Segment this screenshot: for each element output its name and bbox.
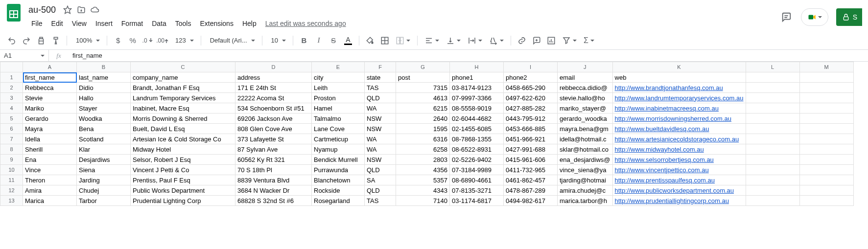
cell[interactable]: Talmalmo xyxy=(312,113,365,124)
cell[interactable]: http://www.landrumtemporaryservices.com.… xyxy=(612,93,746,103)
document-name[interactable]: au-500 xyxy=(25,4,59,16)
cell-link[interactable]: http://www.landrumtemporaryservices.com.… xyxy=(615,94,744,102)
cell[interactable]: 6215 xyxy=(396,103,450,113)
cell-link[interactable]: http://www.prudentiallightingcorp.com.au xyxy=(615,197,729,204)
cell[interactable]: 0443-795-912 xyxy=(504,113,558,124)
cell[interactable]: amira.chudej@c xyxy=(558,185,613,196)
cell[interactable]: 02-5226-9402 xyxy=(450,155,504,165)
cell[interactable] xyxy=(746,155,799,165)
cell[interactable]: 0427-885-282 xyxy=(504,103,558,113)
cell[interactable]: last_name xyxy=(77,72,131,83)
last-edit-link[interactable]: Last edit was seconds ago xyxy=(265,20,346,27)
cell-link[interactable]: http://www.selsorrobertjesq.com.au xyxy=(615,156,714,163)
cell[interactable]: http://www.prudentiallightingcorp.com.au xyxy=(612,196,746,206)
column-header[interactable]: C xyxy=(131,62,235,72)
cell[interactable]: gerardo_woodka xyxy=(558,113,613,124)
cell[interactable]: state xyxy=(365,72,396,83)
cell-link[interactable]: http://www.brandtjonathanfesq.com.au xyxy=(615,84,723,91)
cell[interactable] xyxy=(746,144,799,155)
cell[interactable]: 0458-665-290 xyxy=(504,83,558,93)
cell[interactable]: Rebbecca xyxy=(23,83,77,93)
cell[interactable]: Bena xyxy=(77,124,131,134)
cell[interactable]: 0461-862-457 xyxy=(504,175,558,185)
cell[interactable]: Purrawunda xyxy=(312,165,365,175)
cell[interactable]: city xyxy=(312,72,365,83)
cell-link[interactable]: http://www.midwayhotel.com.au xyxy=(615,146,704,153)
horizontal-align-dropdown[interactable] xyxy=(422,34,442,47)
spreadsheet-grid[interactable]: ABCDEFGHIJKLM 1first_namelast_namecompan… xyxy=(0,62,868,206)
cloud-status-icon[interactable] xyxy=(90,5,100,15)
row-header[interactable]: 11 xyxy=(0,175,23,185)
insert-chart-button[interactable] xyxy=(544,34,558,47)
cell[interactable]: 0411-732-965 xyxy=(504,165,558,175)
cell[interactable]: Vincent J Petti & Co xyxy=(131,165,235,175)
cell[interactable]: 08-6522-8931 xyxy=(450,144,504,155)
cell[interactable]: http://www.selsorrobertjesq.com.au xyxy=(612,155,746,165)
cell[interactable]: 0415-961-606 xyxy=(504,155,558,165)
cell[interactable]: ena_desjardiws@ xyxy=(558,155,613,165)
cell[interactable]: 7315 xyxy=(396,83,450,93)
menu-format[interactable]: Format xyxy=(117,18,147,29)
row-header[interactable]: 13 xyxy=(0,196,23,206)
insert-comment-button[interactable] xyxy=(530,34,543,47)
font-family-dropdown[interactable]: Default (Ari... xyxy=(205,34,258,47)
cell[interactable]: Prentiss, Paul F Esq xyxy=(131,175,235,185)
undo-button[interactable] xyxy=(5,34,19,47)
cell[interactable]: Cartmeticup xyxy=(312,134,365,144)
zoom-dropdown[interactable]: 100% xyxy=(71,34,103,47)
menu-data[interactable]: Data xyxy=(148,18,170,29)
meet-button[interactable] xyxy=(801,8,828,26)
insert-link-button[interactable] xyxy=(515,34,529,47)
comments-icon[interactable] xyxy=(779,10,793,24)
cell[interactable]: Gerardo xyxy=(23,113,77,124)
row-header[interactable]: 2 xyxy=(0,83,23,93)
cell[interactable]: NSW xyxy=(365,124,396,134)
cell[interactable]: Desjardiws xyxy=(77,155,131,165)
cell[interactable]: 8839 Ventura Blvd xyxy=(235,175,312,185)
cell[interactable] xyxy=(799,165,853,175)
formula-input[interactable]: first_name xyxy=(69,52,868,59)
cell[interactable]: Chudej xyxy=(77,185,131,196)
cell[interactable]: Marica xyxy=(23,196,77,206)
cell[interactable]: http://www.prentisspaulfesq.com.au xyxy=(612,175,746,185)
cell[interactable]: Inabinet, Macre Esq xyxy=(131,103,235,113)
text-rotation-dropdown[interactable] xyxy=(486,34,507,47)
cell[interactable]: 68828 S 32nd St #6 xyxy=(235,196,312,206)
row-header[interactable]: 7 xyxy=(0,134,23,144)
cell[interactable]: WA xyxy=(365,144,396,155)
name-box[interactable]: A1 xyxy=(0,50,49,61)
cell[interactable] xyxy=(799,83,853,93)
column-header[interactable]: J xyxy=(558,62,613,72)
row-header[interactable]: 12 xyxy=(0,185,23,196)
cell[interactable]: Siena xyxy=(77,165,131,175)
cell[interactable]: NSW xyxy=(365,155,396,165)
cell[interactable] xyxy=(746,83,799,93)
cell[interactable]: Artesian Ice & Cold Storage Co xyxy=(131,134,235,144)
cell[interactable]: 373 Lafayette St xyxy=(235,134,312,144)
cell[interactable]: Selsor, Robert J Esq xyxy=(131,155,235,165)
cell[interactable] xyxy=(799,185,853,196)
cell[interactable]: 2803 xyxy=(396,155,450,165)
cell[interactable]: TAS xyxy=(365,196,396,206)
cell[interactable]: 08-7868-1355 xyxy=(450,134,504,144)
cell[interactable]: 2640 xyxy=(396,113,450,124)
cell[interactable]: web xyxy=(612,72,746,83)
cell[interactable]: 07-3184-9989 xyxy=(450,165,504,175)
cell[interactable]: http://www.brandtjonathanfesq.com.au xyxy=(612,83,746,93)
cell[interactable]: Idella xyxy=(23,134,77,144)
cell[interactable]: sklar@hotmail.co xyxy=(558,144,613,155)
cell[interactable]: Didio xyxy=(77,83,131,93)
cell[interactable]: Midway Hotel xyxy=(131,144,235,155)
cell[interactable]: 534 Schoenborn St #51 xyxy=(235,103,312,113)
column-header[interactable]: L xyxy=(746,62,799,72)
format-currency-button[interactable]: $ xyxy=(111,34,125,47)
share-button[interactable]: S xyxy=(836,8,862,26)
cell[interactable]: 4356 xyxy=(396,165,450,175)
cell[interactable]: 0478-867-289 xyxy=(504,185,558,196)
column-header[interactable]: D xyxy=(235,62,312,72)
cell[interactable]: 02-1455-6085 xyxy=(450,124,504,134)
cell[interactable]: Jarding xyxy=(77,175,131,185)
cell[interactable] xyxy=(799,155,853,165)
select-all-corner[interactable] xyxy=(0,62,23,72)
merge-cells-dropdown[interactable] xyxy=(393,34,413,47)
